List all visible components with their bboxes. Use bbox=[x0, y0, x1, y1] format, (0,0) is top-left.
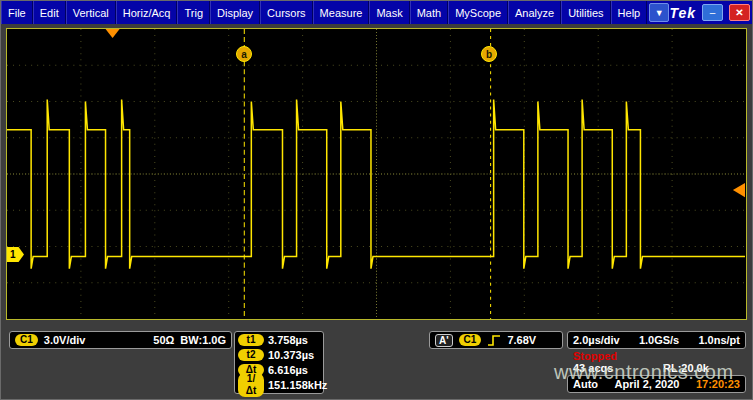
menu-analyze[interactable]: Analyze bbox=[508, 1, 561, 24]
menu-help[interactable]: Help bbox=[611, 1, 648, 24]
channel-scale: 3.0V/div bbox=[44, 334, 86, 346]
menu-vertical[interactable]: Vertical bbox=[66, 1, 116, 24]
inv-dt-value: 151.158kHz bbox=[268, 379, 327, 391]
cursor-t2-row: t2 10.373µs bbox=[238, 348, 320, 362]
record-length: RL:20.0k bbox=[663, 362, 709, 374]
acquisition-count: 43 acqs bbox=[573, 362, 613, 374]
scope-graticule bbox=[7, 29, 746, 319]
tek-logo: Tek bbox=[669, 5, 696, 21]
oscilloscope-app: File Edit Vertical Horiz/Acq Trig Displa… bbox=[0, 0, 753, 400]
menu-cursors[interactable]: Cursors bbox=[260, 1, 313, 24]
close-button[interactable]: ✕ bbox=[729, 4, 750, 21]
minimize-button[interactable]: – bbox=[702, 4, 723, 21]
trigger-level-icon[interactable] bbox=[733, 183, 745, 197]
trigger-position-icon[interactable] bbox=[106, 29, 120, 38]
t2-badge: t2 bbox=[238, 349, 264, 361]
cursor-b-badge[interactable]: b bbox=[481, 46, 497, 62]
menu-edit[interactable]: Edit bbox=[33, 1, 66, 24]
menu-mask[interactable]: Mask bbox=[369, 1, 409, 24]
time-value: 17:20:23 bbox=[696, 378, 740, 390]
cursor-t1-row: t1 3.758µs bbox=[238, 333, 320, 347]
acquisition-state: Stopped bbox=[573, 350, 617, 362]
channel-impedance: 50Ω bbox=[153, 334, 174, 346]
resolution-value: 1.0ns/pt bbox=[698, 334, 740, 346]
menu-horiz-acq[interactable]: Horiz/Acq bbox=[116, 1, 178, 24]
close-icon: ✕ bbox=[735, 8, 743, 18]
trigger-a-badge: A' bbox=[435, 334, 453, 347]
menu-measure[interactable]: Measure bbox=[313, 1, 370, 24]
trigger-readout[interactable]: A' C1 7.68V bbox=[429, 331, 563, 349]
horizontal-readout[interactable]: 2.0µs/div 1.0GS/s 1.0ns/pt bbox=[567, 331, 746, 349]
chevron-down-icon: ▼ bbox=[655, 8, 664, 18]
inv-dt-badge: 1/Δt bbox=[238, 373, 264, 397]
dt-value: 6.616µs bbox=[268, 364, 308, 376]
menu-math[interactable]: Math bbox=[410, 1, 448, 24]
samplerate-value: 1.0GS/s bbox=[639, 334, 679, 346]
minimize-icon: – bbox=[710, 8, 716, 18]
menu-trig[interactable]: Trig bbox=[177, 1, 210, 24]
menu-display[interactable]: Display bbox=[210, 1, 260, 24]
trigger-mode: Auto bbox=[573, 378, 598, 390]
channel-readout[interactable]: C1 3.0V/div 50Ω BW:1.0G bbox=[9, 331, 232, 349]
menu-myscope[interactable]: MyScope bbox=[448, 1, 508, 24]
channel-badge: C1 bbox=[15, 334, 38, 346]
channel-bandwidth: BW:1.0G bbox=[180, 334, 226, 346]
menu-bar: File Edit Vertical Horiz/Acq Trig Displa… bbox=[1, 1, 753, 24]
cursor-readouts: t1 3.758µs t2 10.373µs Δt 6.616µs 1/Δt 1… bbox=[234, 331, 324, 394]
cursor-a-badge[interactable]: a bbox=[236, 46, 252, 62]
menu-dropdown-button[interactable]: ▼ bbox=[649, 3, 669, 22]
trigger-source-badge: C1 bbox=[459, 334, 482, 346]
trigger-level-value: 7.68V bbox=[507, 334, 536, 346]
waveform-display: a b 1 bbox=[6, 28, 747, 320]
rising-edge-icon bbox=[487, 334, 501, 347]
menu-file[interactable]: File bbox=[1, 1, 33, 24]
menu-utilities[interactable]: Utilities bbox=[561, 1, 610, 24]
t2-value: 10.373µs bbox=[268, 349, 314, 361]
t1-badge: t1 bbox=[238, 334, 264, 346]
datetime-readout: Auto April 2, 2020 17:20:23 bbox=[567, 375, 746, 393]
timebase-value: 2.0µs/div bbox=[573, 334, 620, 346]
date-value: April 2, 2020 bbox=[615, 378, 680, 390]
t1-value: 3.758µs bbox=[268, 334, 308, 346]
cursor-freq-row: 1/Δt 151.158kHz bbox=[238, 378, 320, 392]
